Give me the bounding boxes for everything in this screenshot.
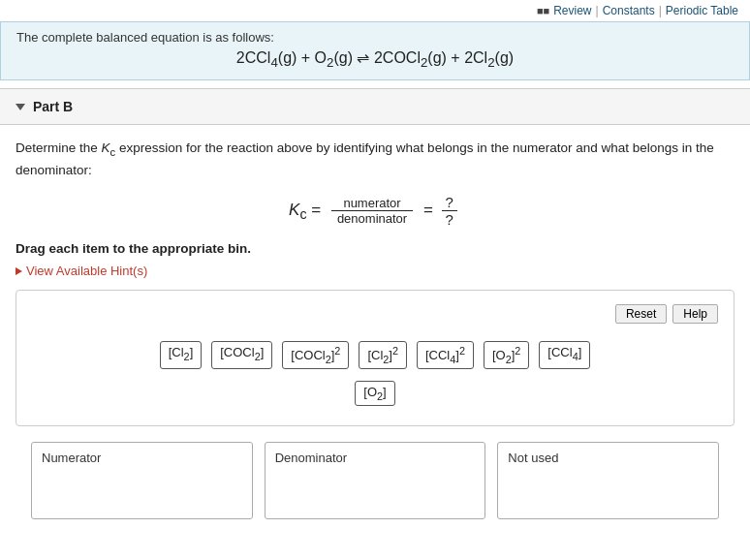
numerator-bin[interactable]: Numerator bbox=[31, 442, 253, 519]
reset-button[interactable]: Reset bbox=[615, 304, 667, 324]
token-cl2[interactable]: [Cl2] bbox=[160, 341, 203, 369]
hint-text: View Available Hint(s) bbox=[26, 264, 147, 278]
token-row-1: [Cl2] [COCl2] [COCl2]2 [Cl2]2 [CCl4]2 [O… bbox=[32, 341, 718, 369]
token-ccl4[interactable]: [CCl4] bbox=[539, 341, 590, 369]
not-used-label: Not used bbox=[508, 451, 708, 465]
denominator-label: Denominator bbox=[275, 451, 476, 465]
token-ccl4-sq[interactable]: [CCl4]2 bbox=[417, 341, 474, 369]
review-icon: ■■ bbox=[537, 5, 549, 16]
hint-link[interactable]: View Available Hint(s) bbox=[16, 264, 734, 278]
reset-help-row: Reset Help bbox=[32, 304, 718, 324]
hint-arrow-icon bbox=[16, 267, 22, 275]
token-cl2-sq[interactable]: [Cl2]2 bbox=[359, 341, 407, 369]
token-o2[interactable]: [O2] bbox=[355, 381, 394, 406]
equation-box: The complete balanced equation is as fol… bbox=[0, 21, 750, 80]
bins-row: Numerator Denominator Not used bbox=[16, 442, 734, 519]
denominator-bin[interactable]: Denominator bbox=[265, 442, 486, 519]
separator2: | bbox=[659, 4, 662, 17]
top-bar: ■■ Review | Constants | Periodic Table bbox=[0, 0, 750, 21]
constants-link[interactable]: Constants bbox=[603, 4, 655, 17]
numerator-label: Numerator bbox=[42, 451, 242, 465]
token-cocl2-sq[interactable]: [COCl2]2 bbox=[282, 341, 349, 369]
token-row-2: [O2] bbox=[32, 381, 718, 406]
not-used-bin[interactable]: Not used bbox=[497, 442, 719, 519]
help-button[interactable]: Help bbox=[672, 304, 718, 324]
drag-container: Reset Help [Cl2] [COCl2] [COCl2]2 [Cl2]2… bbox=[16, 290, 734, 426]
separator1: | bbox=[596, 4, 599, 17]
token-o2-sq[interactable]: [O2]2 bbox=[484, 341, 529, 369]
part-b-header: Part B bbox=[0, 88, 750, 125]
drag-instruction: Drag each item to the appropriate bin. bbox=[16, 241, 734, 256]
kc-formula: Kc = numerator denominator = ? ? bbox=[16, 194, 734, 228]
token-cocl2[interactable]: [COCl2] bbox=[211, 341, 272, 369]
review-link[interactable]: Review bbox=[553, 4, 591, 17]
equation-intro: The complete balanced equation is as fol… bbox=[16, 30, 734, 45]
collapse-icon[interactable] bbox=[16, 104, 25, 110]
part-b-label: Part B bbox=[33, 99, 73, 114]
periodic-table-link[interactable]: Periodic Table bbox=[666, 4, 738, 17]
equation-display: 2CCl4(g) + O2(g) ⇌ 2COCl2(g) + 2Cl2(g) bbox=[16, 48, 734, 70]
part-b-content: Determine the Kc expression for the reac… bbox=[0, 125, 750, 518]
description-text: Determine the Kc expression for the reac… bbox=[16, 139, 734, 180]
